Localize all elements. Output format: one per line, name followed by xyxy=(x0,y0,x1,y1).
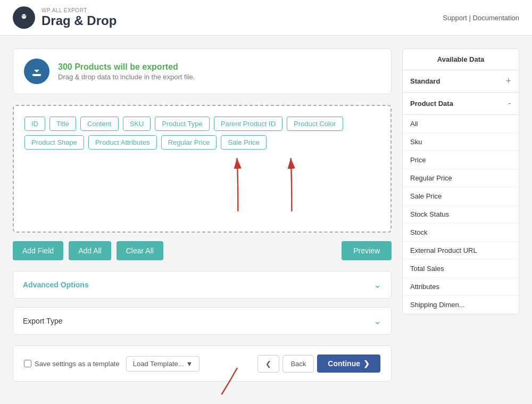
available-data-title: Available Data xyxy=(403,49,519,70)
action-buttons: Add Field Add All Clear All Preview xyxy=(13,241,392,260)
data-item-shipping[interactable]: Shipping Dimen... xyxy=(403,296,519,314)
clear-all-button[interactable]: Clear All xyxy=(117,241,163,260)
main-container: 300 Products will be exported Drag & dro… xyxy=(0,36,532,394)
link-separator: | xyxy=(469,14,471,22)
add-all-button[interactable]: Add All xyxy=(69,241,111,260)
field-tag-parent-product-id[interactable]: Parent Product ID xyxy=(214,117,282,131)
standard-label: Standard xyxy=(410,77,440,85)
data-item-total-sales[interactable]: Total Sales xyxy=(403,260,519,278)
field-tag-title[interactable]: Title xyxy=(49,117,76,131)
left-panel: 300 Products will be exported Drag & dro… xyxy=(13,48,392,382)
field-tags: ID Title Content SKU Product Type Parent… xyxy=(24,117,380,150)
product-data-toggle[interactable]: - xyxy=(508,98,511,109)
documentation-link[interactable]: Documentation xyxy=(473,14,519,22)
field-tag-sale-price[interactable]: Sale Price xyxy=(221,135,266,150)
logo-icon xyxy=(13,6,35,29)
download-icon xyxy=(30,65,43,78)
banner-text: 300 Products will be exported Drag & dro… xyxy=(58,62,195,81)
data-item-all[interactable]: All xyxy=(403,115,519,133)
data-item-price[interactable]: Price xyxy=(403,151,519,169)
standard-toggle[interactable]: + xyxy=(505,76,511,87)
export-banner: 300 Products will be exported Drag & dro… xyxy=(13,48,392,94)
back-arrow-icon: ❮ xyxy=(265,360,271,368)
field-tag-product-attributes[interactable]: Product Attributes xyxy=(88,135,157,150)
banner-icon xyxy=(24,59,49,84)
add-field-button[interactable]: Add Field xyxy=(13,241,63,260)
footer-bar: Save settings as a template Load Templat… xyxy=(13,345,392,382)
standard-section-header[interactable]: Standard + xyxy=(403,70,519,93)
field-tag-content[interactable]: Content xyxy=(80,117,119,131)
data-item-attributes[interactable]: Attributes xyxy=(403,278,519,296)
advanced-options-panel[interactable]: Advanced Options ⌄ xyxy=(13,271,392,299)
data-item-stock-status[interactable]: Stock Status xyxy=(403,205,519,224)
banner-count: 300 xyxy=(58,62,72,71)
export-type-chevron: ⌄ xyxy=(373,315,381,327)
support-link[interactable]: Support xyxy=(443,14,467,22)
field-tag-product-shape[interactable]: Product Shape xyxy=(24,135,84,150)
load-template-button[interactable]: Load Template... ▼ xyxy=(126,356,200,372)
svg-point-1 xyxy=(22,15,23,17)
back-button[interactable]: ❮ xyxy=(257,355,279,373)
canvas-wrapper: ID Title Content SKU Product Type Parent… xyxy=(13,105,392,233)
load-template-chevron: ▼ xyxy=(186,360,193,368)
load-template-label: Load Template... xyxy=(133,360,184,368)
banner-title-text: Products will be exported xyxy=(72,62,178,71)
header-left: WP ALL EXPORT Drag & Drop xyxy=(13,6,117,29)
advanced-options-chevron: ⌄ xyxy=(373,279,381,291)
save-template-section: Save settings as a template xyxy=(24,360,120,368)
octopus-icon xyxy=(17,11,31,24)
continue-button[interactable]: Continue ❯ xyxy=(317,354,380,373)
field-tag-regular-price[interactable]: Regular Price xyxy=(161,135,217,150)
product-data-label: Product Data xyxy=(410,100,453,108)
export-type-panel[interactable]: Export Type ⌄ xyxy=(13,307,392,335)
preview-button[interactable]: Preview xyxy=(342,241,392,260)
nav-buttons: ❮ Back Continue ❯ xyxy=(257,354,380,373)
continue-arrow-icon: ❯ xyxy=(363,359,370,368)
data-item-stock[interactable]: Stock xyxy=(403,224,519,242)
data-item-regular-price[interactable]: Regular Price xyxy=(403,169,519,187)
header-title: Drag & Drop xyxy=(41,13,117,28)
banner-title: 300 Products will be exported xyxy=(58,62,195,72)
header-links: Support | Documentation xyxy=(443,14,519,22)
data-item-external-product-url[interactable]: External Product URL xyxy=(403,242,519,260)
field-tag-id[interactable]: ID xyxy=(24,117,45,131)
svg-point-2 xyxy=(24,15,26,17)
field-tag-product-type[interactable]: Product Type xyxy=(155,117,209,131)
banner-description: Drag & drop data to include in the expor… xyxy=(58,73,195,81)
back-label-button[interactable]: Back xyxy=(282,355,314,373)
product-data-section-header[interactable]: Product Data - xyxy=(403,93,519,115)
field-tag-sku[interactable]: SKU xyxy=(123,117,151,131)
right-panel: Available Data Standard + Product Data -… xyxy=(402,48,519,382)
svg-point-0 xyxy=(22,14,27,19)
export-type-label: Export Type xyxy=(23,317,62,325)
header-subtitle: WP ALL EXPORT xyxy=(41,7,117,13)
continue-label: Continue xyxy=(328,359,360,368)
drag-drop-area[interactable]: ID Title Content SKU Product Type Parent… xyxy=(13,105,392,233)
header: WP ALL EXPORT Drag & Drop Support | Docu… xyxy=(0,0,532,36)
advanced-options-label: Advanced Options xyxy=(23,281,89,289)
data-item-sku[interactable]: Sku xyxy=(403,133,519,151)
header-title-block: WP ALL EXPORT Drag & Drop xyxy=(41,7,117,28)
available-data-panel: Available Data Standard + Product Data -… xyxy=(402,48,519,315)
save-template-checkbox[interactable] xyxy=(24,360,31,367)
data-item-sale-price[interactable]: Sale Price xyxy=(403,187,519,205)
save-template-label: Save settings as a template xyxy=(35,360,120,368)
field-tag-product-color[interactable]: Product Color xyxy=(287,117,343,131)
